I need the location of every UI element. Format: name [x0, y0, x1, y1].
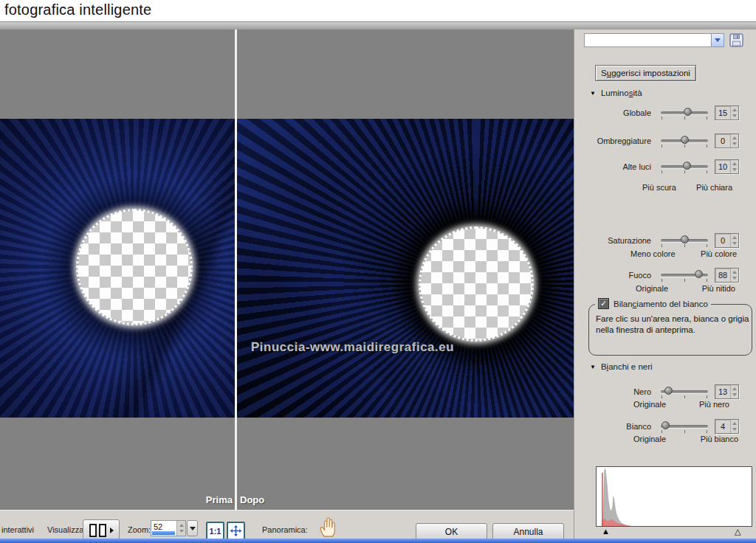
transparent-checker-circle [420, 228, 532, 340]
histogram-white-marker[interactable]: △ [735, 527, 740, 536]
shadows-spinbox[interactable]: 0 [715, 134, 739, 148]
window-title-strip: fotografica intelligente [0, 0, 756, 21]
after-preview-image[interactable]: Pinuccia-www.maidiregrafica.eu [237, 119, 574, 418]
saturation-hints: Meno colore Più colore [630, 249, 737, 258]
zoom-100-button[interactable]: 1:1 [206, 522, 224, 540]
before-label: Prima [188, 494, 233, 505]
focus-hints: Originale Più nitido [636, 284, 735, 293]
section-blacks-whites[interactable]: ▼ Bianchi e neri [590, 362, 653, 371]
black-value: 13 [715, 387, 730, 396]
watermark-text: Pinuccia-www.maidiregrafica.eu [251, 340, 454, 355]
white-balance-group: ✓ Bilanciamento del bianco Fare clic su … [588, 304, 752, 356]
spin-arrows[interactable] [730, 106, 738, 120]
settings-panel: Suggerisci impostazioni ▼ Luminosità Glo… [574, 30, 756, 539]
chevron-down-icon [190, 527, 196, 530]
pan-hand-button[interactable] [317, 515, 340, 539]
section-brightness[interactable]: ▼ Luminosità [590, 89, 642, 97]
pan-label: Panoramica: [262, 525, 308, 534]
histogram-black-marker[interactable]: ▲ [602, 527, 610, 536]
slider-row-white: Bianco 4 [575, 418, 749, 435]
four-arrows-icon [230, 525, 242, 537]
black-spinbox[interactable]: 13 [715, 384, 739, 399]
suggest-settings-button[interactable]: Suggerisci impostazioni [595, 65, 696, 81]
spin-arrows[interactable] [730, 420, 738, 433]
darker-hint: Più scura [642, 183, 676, 192]
highlights-label: Alte luci [575, 162, 651, 171]
white-balance-checkbox[interactable]: ✓ [598, 298, 609, 309]
sharper-hint: Più nitido [702, 284, 735, 293]
zoom-spinbox[interactable]: 52 [151, 520, 186, 536]
overall-slider[interactable] [661, 105, 708, 121]
overall-value: 15 [715, 108, 730, 117]
less-color-hint: Meno colore [630, 249, 676, 258]
preset-combobox[interactable] [584, 33, 724, 47]
highlights-spinbox[interactable]: 10 [715, 159, 739, 174]
shadows-slider[interactable] [661, 133, 708, 149]
focus-slider[interactable] [661, 267, 708, 283]
slider-knob[interactable] [662, 421, 670, 429]
spin-arrows[interactable] [730, 269, 738, 282]
spin-arrows[interactable] [730, 385, 738, 398]
collapse-triangle-icon: ▼ [590, 364, 596, 370]
fit-navigate-button[interactable] [227, 522, 245, 540]
highlights-slider[interactable] [661, 159, 708, 175]
window-top-border [0, 21, 756, 30]
view-mode-button[interactable] [83, 519, 120, 541]
slider-knob[interactable] [664, 387, 673, 395]
saturation-label: Saturazione [575, 236, 651, 245]
spin-arrows[interactable] [730, 134, 738, 148]
brightness-hints: Più scura Più chiara [642, 183, 732, 192]
saturation-spinbox[interactable]: 0 [715, 233, 739, 248]
focus-spinbox[interactable]: 88 [715, 268, 739, 283]
slider-row-overall: Globale 15 [575, 105, 749, 121]
slider-knob[interactable] [684, 108, 692, 116]
original-hint: Originale [633, 400, 666, 409]
slider-knob[interactable] [681, 235, 689, 243]
spin-arrows[interactable] [730, 160, 738, 173]
interactive-label: interattivi [1, 525, 34, 534]
saturation-slider[interactable] [661, 232, 708, 249]
collapse-triangle-icon: ▼ [590, 90, 596, 97]
black-hints: Originale Più nero [633, 400, 729, 409]
black-slider[interactable] [661, 384, 708, 400]
zoom-value: 52 [154, 522, 162, 531]
page-title: fotografica intelligente [4, 1, 151, 18]
histogram-plot [597, 467, 752, 526]
slider-row-focus: Fuoco 88 [575, 267, 749, 283]
white-hints: Originale Più bianco [633, 435, 738, 443]
save-preset-button[interactable] [729, 32, 744, 48]
overall-label: Globale [575, 108, 651, 117]
chevron-down-icon [715, 38, 721, 42]
overall-spinbox[interactable]: 15 [715, 106, 739, 120]
original-hint: Originale [636, 284, 668, 293]
expand-arrow-icon [110, 528, 114, 533]
more-white-hint: Più bianco [701, 435, 738, 443]
before-preview-image[interactable] [0, 119, 235, 418]
white-slider[interactable] [661, 418, 708, 435]
slider-knob[interactable] [695, 270, 703, 278]
white-balance-help: Fare clic su un'area nera, bianca o grig… [596, 314, 749, 336]
focus-label: Fuoco [575, 271, 651, 280]
white-balance-label: Bilanciamento del bianco [614, 300, 708, 308]
more-color-hint: Più colore [701, 249, 737, 258]
shadows-value: 0 [715, 136, 730, 145]
slider-knob[interactable] [683, 162, 691, 170]
slider-row-black: Nero 13 [575, 384, 749, 400]
slider-row-saturation: Saturazione 0 [575, 232, 749, 249]
zoom-label: Zoom: [128, 525, 151, 534]
combo-dropdown-button[interactable] [711, 34, 724, 46]
black-label: Nero [575, 387, 651, 396]
focus-value: 88 [715, 271, 730, 280]
preview-divider [235, 30, 237, 510]
zoom-spin-arrows[interactable] [176, 521, 185, 536]
transparent-checker-circle [78, 210, 191, 324]
highlights-value: 10 [715, 162, 730, 171]
zoom-dropdown-button[interactable] [187, 520, 198, 536]
preview-area: Pinuccia-www.maidiregrafica.eu Prima Dop… [0, 30, 574, 510]
white-label: Bianco [575, 422, 651, 431]
slider-knob[interactable] [681, 136, 689, 144]
white-spinbox[interactable]: 4 [715, 419, 739, 434]
spin-arrows[interactable] [730, 234, 738, 247]
lighter-hint: Più chiara [696, 183, 732, 192]
window-bottom-border [0, 539, 756, 543]
